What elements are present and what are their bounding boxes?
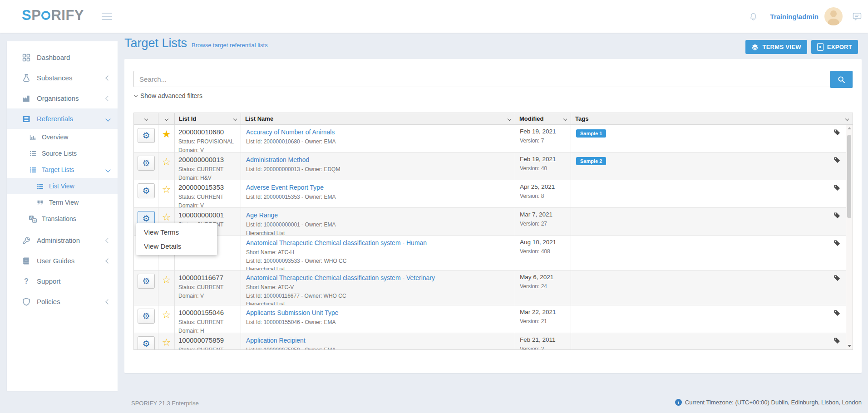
- search-input[interactable]: [133, 71, 830, 87]
- quotes-icon: [36, 199, 44, 206]
- scroll-up-arrow-icon[interactable]: [848, 127, 851, 129]
- chevron-down-icon: [144, 117, 148, 120]
- sidebar-item-user-guides[interactable]: User Guides: [7, 251, 118, 271]
- list-status: Status: PROVISIONAL: [178, 138, 237, 146]
- chevron-left-icon: [105, 238, 110, 243]
- list-name-link[interactable]: Administration Method: [246, 156, 511, 163]
- list-name-link[interactable]: Accuracy of Number of Animals: [246, 128, 511, 136]
- modified-date: Feb 19, 2021: [520, 156, 567, 162]
- modified-date: Apr 25, 2021: [520, 183, 567, 190]
- table-row: ⚙ ☆ 100000000001 Status: CURRENT Age Ran…: [134, 208, 853, 236]
- question-mark-icon: ?: [22, 277, 31, 286]
- gear-icon: ⚙: [142, 214, 150, 223]
- tag-icon[interactable]: [833, 212, 840, 219]
- table-body: ⚙ ★ 200000010680 Status: PROVISIONAL Dom…: [134, 125, 853, 350]
- sidebar-item-list-view[interactable]: List View: [7, 178, 118, 194]
- list-name-detail: List Id: 100000000001 - Owner: EMA: [246, 221, 511, 229]
- export-button[interactable]: EXPORT: [811, 40, 858, 54]
- advanced-filters-toggle[interactable]: Show advanced filters: [134, 92, 202, 99]
- favorite-star-icon[interactable]: ★: [162, 129, 171, 152]
- scroll-down-arrow-icon[interactable]: [848, 345, 851, 347]
- list-name-link[interactable]: Age Range: [246, 211, 511, 219]
- user-menu[interactable]: Training\admin: [770, 13, 819, 20]
- gear-icon: ⚙: [142, 187, 150, 195]
- favorite-star-icon[interactable]: ☆: [162, 275, 171, 305]
- sidebar: Dashboard Substances Organisations Refer…: [7, 41, 118, 391]
- list-name-link[interactable]: Applicants Submission Unit Type: [246, 309, 511, 316]
- sidebar-item-dashboard[interactable]: Dashboard: [7, 47, 118, 68]
- list-domain: Domain: V: [178, 202, 237, 207]
- page-header: Target Lists Browse target referential l…: [124, 36, 268, 50]
- search-button[interactable]: [830, 71, 853, 88]
- column-header-list-id[interactable]: List Id: [175, 113, 241, 124]
- layers-icon: [751, 44, 759, 51]
- chat-icon[interactable]: [853, 12, 862, 21]
- avatar[interactable]: [824, 7, 843, 25]
- list-name-link[interactable]: Anatomical Therapeutic Chemical classifi…: [246, 274, 511, 281]
- list-name-link[interactable]: Adverse Event Report Type: [246, 184, 511, 191]
- gear-icon: ⚙: [142, 312, 150, 320]
- gear-icon: ⚙: [142, 131, 150, 140]
- column-header-modified[interactable]: Modified: [515, 113, 571, 124]
- scrollbar-thumb[interactable]: [847, 135, 851, 218]
- column-header-tags[interactable]: Tags: [571, 113, 853, 124]
- chevron-left-icon: [105, 75, 110, 80]
- tag-icon[interactable]: [833, 240, 840, 246]
- row-actions-button[interactable]: ⚙: [138, 128, 155, 143]
- row-actions-button[interactable]: ⚙: [138, 183, 155, 198]
- gear-icon: ⚙: [142, 339, 150, 348]
- favorite-star-icon[interactable]: ☆: [162, 185, 171, 207]
- table-row: ⚙ ★ 200000010680 Status: PROVISIONAL Dom…: [134, 125, 853, 152]
- sidebar-item-term-view[interactable]: Term View: [7, 194, 118, 211]
- chevron-down-icon: [233, 117, 237, 120]
- favorite-star-icon[interactable]: ☆: [162, 338, 171, 350]
- table-scrollbar[interactable]: [846, 125, 853, 349]
- sidebar-item-source-lists[interactable]: Source Lists: [7, 145, 118, 162]
- referentials-list-icon: [22, 114, 31, 123]
- favorite-star-icon[interactable]: ☆: [162, 157, 171, 180]
- sidebar-item-support[interactable]: ? Support: [7, 271, 118, 291]
- table-row: ⚙ ☆ 200000015353 Status: CURRENT Domain:…: [134, 180, 853, 208]
- menu-item-view-terms[interactable]: View Terms: [136, 225, 217, 239]
- tag-badge: Sample 2: [576, 157, 606, 165]
- sidebar-toggle-icon[interactable]: [102, 13, 112, 20]
- sidebar-item-target-lists[interactable]: Target Lists: [7, 162, 118, 178]
- sidebar-item-substances[interactable]: Substances: [7, 68, 118, 88]
- chevron-down-icon: [134, 93, 138, 97]
- tag-icon[interactable]: [833, 129, 840, 136]
- sidebar-item-policies[interactable]: Policies: [7, 291, 118, 312]
- tag-icon[interactable]: [833, 184, 840, 191]
- favorites-column-menu[interactable]: [158, 113, 175, 124]
- tag-icon[interactable]: [833, 157, 840, 163]
- tag-icon[interactable]: [833, 310, 840, 316]
- wrench-icon: [22, 236, 31, 245]
- sidebar-item-overview[interactable]: Overview: [7, 129, 118, 145]
- row-actions-button[interactable]: ⚙: [138, 274, 155, 289]
- sidebar-item-administration[interactable]: Administration: [7, 230, 118, 251]
- tag-icon[interactable]: [833, 337, 840, 344]
- logo-sync-icon: [41, 11, 50, 20]
- row-actions-button[interactable]: ⚙: [138, 156, 155, 171]
- tag-icon[interactable]: [833, 275, 840, 281]
- version: Version: 8: [520, 192, 567, 201]
- sidebar-item-translations[interactable]: Translations: [7, 211, 118, 227]
- notifications-bell-icon[interactable]: [749, 12, 758, 21]
- sidebar-item-organisations[interactable]: Organisations: [7, 88, 118, 108]
- row-actions-column-menu[interactable]: [134, 113, 158, 124]
- list-domain: Domain: H: [178, 327, 237, 333]
- column-header-list-name[interactable]: List Name: [241, 113, 515, 124]
- app-version: SPORIFY 21.3 Enterprise: [131, 400, 199, 407]
- favorite-star-icon[interactable]: ☆: [162, 310, 171, 333]
- chevron-left-icon: [105, 299, 110, 304]
- list-name-link[interactable]: Anatomical Therapeutic Chemical classifi…: [246, 239, 511, 246]
- terms-view-button[interactable]: TERMS VIEW: [745, 40, 807, 54]
- sidebar-item-referentials[interactable]: Referentials: [7, 108, 118, 129]
- list-name-detail: List Id: 200000010680 - Owner: EMA: [246, 138, 511, 146]
- row-actions-button[interactable]: ⚙: [138, 336, 155, 350]
- logo-text: S: [22, 7, 31, 24]
- row-actions-button[interactable]: ⚙: [138, 309, 155, 324]
- list-name-link[interactable]: Application Recipient: [246, 337, 511, 344]
- book-icon: [22, 256, 31, 266]
- menu-item-view-details[interactable]: View Details: [136, 239, 217, 253]
- gear-icon: ⚙: [142, 277, 150, 285]
